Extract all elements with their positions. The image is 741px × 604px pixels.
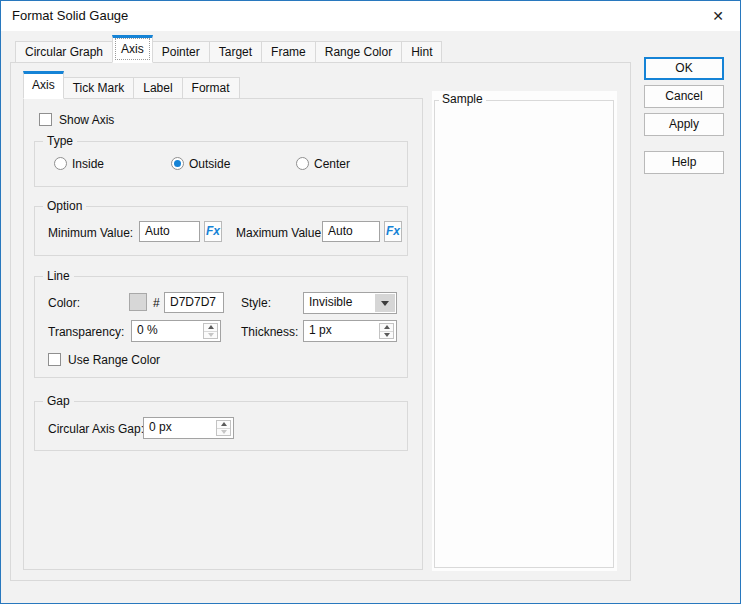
close-button[interactable]: ✕	[702, 1, 734, 31]
gap-spin-buttons	[216, 420, 231, 436]
type-group-title: Type	[43, 135, 77, 148]
up-arrow-icon	[384, 325, 390, 329]
line-group-title: Line	[43, 270, 74, 283]
option-group-title: Option	[43, 200, 86, 213]
tab-target[interactable]: Target	[209, 41, 262, 63]
sample-group-title: Sample	[439, 93, 486, 106]
sample-group	[434, 100, 614, 568]
tab-hint[interactable]: Hint	[401, 41, 442, 63]
minimum-value-label: Minimum Value:	[48, 226, 133, 240]
subtab-tick-mark[interactable]: Tick Mark	[63, 77, 135, 99]
fx-icon: Fx	[206, 224, 220, 238]
color-label: Color:	[48, 296, 80, 310]
maximum-value-label: Maximum Value:	[236, 226, 324, 240]
style-label: Style:	[241, 296, 271, 310]
close-icon: ✕	[712, 8, 724, 24]
tab-axis[interactable]: Axis	[112, 35, 153, 63]
radio-inside-label: Inside	[72, 157, 104, 171]
down-arrow-icon	[208, 333, 214, 337]
radio-center[interactable]	[296, 157, 309, 170]
thickness-spin-buttons	[379, 323, 394, 339]
minimum-value-fx-button[interactable]: Fx	[204, 221, 222, 242]
sample-panel: Sample	[432, 91, 617, 571]
dropdown-arrow-button[interactable]	[375, 294, 395, 312]
spin-down-button[interactable]	[380, 331, 393, 339]
maximum-value-input[interactable]: Auto	[322, 221, 380, 242]
circular-axis-gap-label: Circular Axis Gap:	[48, 422, 144, 436]
tab-circular-graph[interactable]: Circular Graph	[15, 41, 113, 63]
up-arrow-icon	[208, 325, 214, 329]
fx-icon: Fx	[386, 224, 400, 238]
thickness-spinner[interactable]: 1 px	[303, 320, 397, 342]
subtab-format[interactable]: Format	[182, 77, 240, 99]
down-arrow-icon	[384, 333, 390, 337]
title-bar: Format Solid Gauge ✕	[1, 1, 740, 31]
show-axis-label: Show Axis	[59, 113, 114, 127]
transparency-label: Transparency:	[48, 325, 124, 339]
radio-center-label: Center	[314, 157, 350, 171]
transparency-spin-buttons	[203, 323, 218, 339]
dialog-title: Format Solid Gauge	[12, 1, 128, 31]
chevron-down-icon	[381, 301, 389, 306]
maximum-value-fx-button[interactable]: Fx	[384, 221, 402, 242]
tab-range-color[interactable]: Range Color	[315, 41, 402, 63]
subtab-label[interactable]: Label	[133, 77, 182, 99]
tab-frame[interactable]: Frame	[261, 41, 316, 63]
tab-pointer[interactable]: Pointer	[152, 41, 210, 63]
gap-group-title: Gap	[43, 395, 74, 408]
radio-outside[interactable]	[171, 157, 184, 170]
color-hash-label: #	[153, 296, 160, 310]
help-button[interactable]: Help	[644, 151, 724, 174]
minimum-value-input[interactable]: Auto	[139, 221, 200, 242]
radio-outside-label: Outside	[189, 157, 230, 171]
main-tab-bar: Circular Graph Axis Pointer Target Frame…	[15, 35, 442, 63]
radio-dot-icon	[174, 160, 181, 167]
radio-inside[interactable]	[54, 157, 67, 170]
use-range-color-checkbox[interactable]	[48, 353, 61, 366]
sub-tab-bar: Axis Tick Mark Label Format	[23, 71, 240, 99]
apply-button[interactable]: Apply	[644, 113, 724, 136]
transparency-spinner[interactable]: 0 %	[131, 320, 221, 342]
spin-down-button[interactable]	[204, 331, 217, 339]
show-axis-checkbox[interactable]	[39, 113, 52, 126]
circular-axis-gap-spinner[interactable]: 0 px	[143, 417, 234, 439]
up-arrow-icon	[221, 422, 227, 426]
color-hex-input[interactable]: D7D7D7	[164, 292, 224, 313]
ok-button[interactable]: OK	[644, 57, 724, 80]
use-range-color-label: Use Range Color	[68, 353, 160, 367]
spin-down-button[interactable]	[217, 428, 230, 436]
down-arrow-icon	[221, 430, 227, 434]
style-dropdown[interactable]: Invisible	[303, 292, 397, 314]
thickness-label: Thickness:	[241, 325, 298, 339]
color-swatch[interactable]	[129, 293, 147, 311]
cancel-button[interactable]: Cancel	[644, 85, 724, 108]
format-solid-gauge-dialog: Format Solid Gauge ✕ Circular Graph Axis…	[0, 0, 741, 604]
subtab-axis[interactable]: Axis	[23, 71, 64, 99]
